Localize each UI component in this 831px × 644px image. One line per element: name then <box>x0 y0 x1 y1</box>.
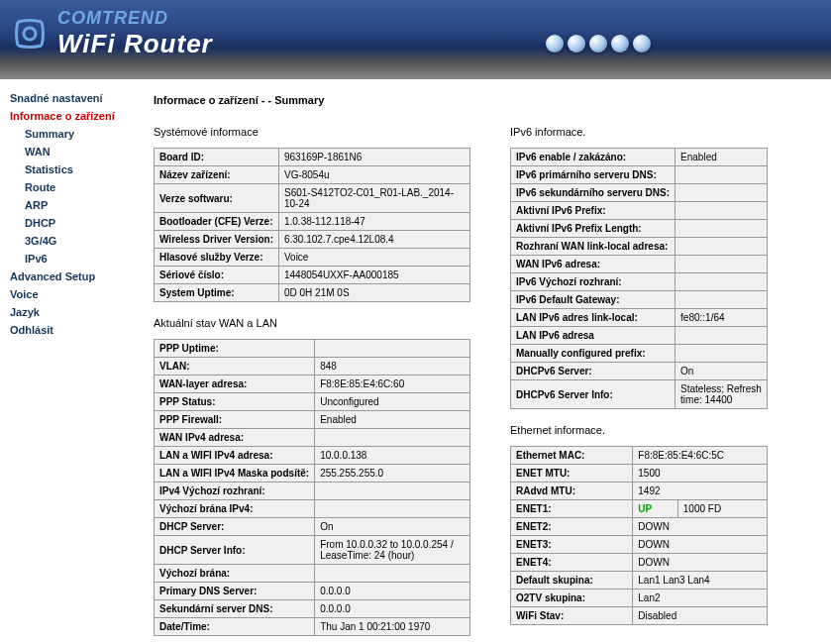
table-row: Aktivní IPv6 Prefix: <box>511 202 768 220</box>
table-row: ENET2:DOWN <box>511 518 768 536</box>
nav-statistics[interactable]: Statistics <box>25 161 129 178</box>
table-row: IPv6 primárního serveru DNS: <box>511 166 768 184</box>
row-label: ENET3: <box>511 536 633 554</box>
row-label: Ethernet MAC: <box>511 447 633 465</box>
content-area: Informace o zařízení - - Summary Systémo… <box>129 79 831 644</box>
row-value: 6.30.102.7.cpe4.12L08.4 <box>278 231 469 249</box>
nav-3g4g[interactable]: 3G/4G <box>25 232 129 250</box>
row-label: Wireless Driver Version: <box>155 231 279 249</box>
table-row: WAN IPv4 adresa: <box>155 429 470 447</box>
row-value <box>315 483 470 500</box>
row-label: RAdvd MTU: <box>511 483 633 500</box>
enet-speed: 1000 FD <box>677 500 767 518</box>
row-value: Unconfigured <box>315 393 470 411</box>
row-value: 1492 <box>633 483 768 500</box>
row-value: VG-8054u <box>278 166 469 184</box>
row-value: Lan1 Lan3 Lan4 <box>633 572 768 590</box>
row-label: Default skupina: <box>511 572 633 590</box>
row-value: 1500 <box>633 465 768 483</box>
row-label: PPP Firewall: <box>155 411 315 429</box>
row-value: DOWN <box>633 536 768 554</box>
row-value: 0D 0H 21M 0S <box>278 284 469 302</box>
nav-voice[interactable]: Voice <box>10 285 129 303</box>
row-value: On <box>675 363 768 380</box>
row-label: ENET2: <box>511 518 633 536</box>
table-row: Ethernet MAC:F8:8E:85:E4:6C:5C <box>511 447 768 465</box>
table-row: Bootloader (CFE) Verze:1.0.38-112.118-47 <box>155 213 470 231</box>
row-value: F8:8E:85:E4:6C:60 <box>315 376 470 393</box>
table-row: WAN IPv6 adresa: <box>511 256 768 273</box>
row-label: DHCP Server: <box>155 518 315 536</box>
nav-wan[interactable]: WAN <box>25 143 129 161</box>
nav-route[interactable]: Route <box>25 178 129 196</box>
row-value: 0.0.0.0 <box>315 600 470 618</box>
table-row: Verze softwaru:S601-S412TO2-C01_R01-LAB.… <box>155 184 470 213</box>
row-value <box>315 340 470 358</box>
section-system-info: Systémové informace <box>154 126 470 138</box>
nav-summary[interactable]: Summary <box>25 125 129 143</box>
table-row: ENET4:DOWN <box>511 554 768 572</box>
logo-block: COMTREND WiFi Router <box>10 8 213 59</box>
row-label: ENET MTU: <box>511 465 633 483</box>
row-label: IPv6 enable / zakázáno: <box>511 149 675 166</box>
row-label: IPv6 Výchozí rozhraní: <box>511 273 675 291</box>
nav-dhcp[interactable]: DHCP <box>25 214 129 232</box>
table-row: IPv6 Default Gateway: <box>511 291 768 309</box>
table-row: ENET MTU:1500 <box>511 465 768 483</box>
row-value: 0.0.0.0 <box>315 583 470 600</box>
table-row: O2TV skupina:Lan2 <box>511 590 768 607</box>
row-value: Voice <box>278 249 469 267</box>
table-row: Default skupina:Lan1 Lan3 Lan4 <box>511 572 768 590</box>
row-value: Lan2 <box>633 590 768 607</box>
row-label: Bootloader (CFE) Verze: <box>155 213 279 231</box>
row-label: DHCPv6 Server: <box>511 363 675 380</box>
table-row: DHCPv6 Server Info:Stateless; Refresh ti… <box>511 380 768 409</box>
nav-advanced-setup[interactable]: Advanced Setup <box>10 268 129 285</box>
nav-device-info[interactable]: Informace o zařízení <box>10 107 129 125</box>
nav-quick-setup[interactable]: Snadné nastavení <box>10 89 129 107</box>
row-label: Board ID: <box>155 149 279 166</box>
row-value: 848 <box>315 358 470 376</box>
row-value <box>675 327 768 345</box>
row-value <box>675 291 768 309</box>
row-label: LAN IPv6 adres link-local: <box>511 309 675 327</box>
table-row: LAN IPv6 adres link-local:fe80::1/64 <box>511 309 768 327</box>
nav-arp[interactable]: ARP <box>25 196 129 214</box>
row-label: IPv4 Výchozí rozhraní: <box>155 483 315 500</box>
table-row: VLAN:848 <box>155 358 470 376</box>
enet-status: UP <box>633 500 677 518</box>
row-value: 1.0.38-112.118-47 <box>278 213 469 231</box>
row-label: Verze softwaru: <box>155 184 279 213</box>
section-ethernet: Ethernet informace. <box>510 424 768 436</box>
row-value <box>315 500 470 518</box>
row-label: PPP Status: <box>155 393 315 411</box>
table-row: DHCPv6 Server:On <box>511 363 768 380</box>
table-row: DHCP Server:On <box>155 518 470 536</box>
row-label: WAN IPv4 adresa: <box>155 429 315 447</box>
table-row: ENET1:UP1000 FD <box>511 500 768 518</box>
section-ipv6: IPv6 informace. <box>510 126 768 138</box>
row-label: IPv6 Default Gateway: <box>511 291 675 309</box>
row-value <box>675 220 768 238</box>
brand-text: COMTREND <box>57 8 213 29</box>
table-row: PPP Status:Unconfigured <box>155 393 470 411</box>
nav-jazyk[interactable]: Jazyk <box>10 303 129 321</box>
table-row: Manually configured prefix: <box>511 345 768 363</box>
table-row: PPP Uptime: <box>155 340 470 358</box>
row-label: VLAN: <box>155 358 315 376</box>
header-decoration <box>544 35 653 54</box>
row-value: S601-S412TO2-C01_R01-LAB._2014-10-24 <box>278 184 469 213</box>
row-label: Aktivní IPv6 Prefix: <box>511 202 675 220</box>
row-label: LAN a WIFI IPv4 Maska podsítě: <box>155 465 315 483</box>
nav-ipv6[interactable]: IPv6 <box>25 250 129 268</box>
row-label: Sériové číslo: <box>155 267 279 284</box>
row-value: Enabled <box>315 411 470 429</box>
nav-logout[interactable]: Odhlásit <box>10 321 129 339</box>
table-row: Primary DNS Server:0.0.0.0 <box>155 583 470 600</box>
row-label: ENET4: <box>511 554 633 572</box>
row-label: IPv6 primárního serveru DNS: <box>511 166 675 184</box>
table-row: ENET3:DOWN <box>511 536 768 554</box>
table-row: IPv6 Výchozí rozhraní: <box>511 273 768 291</box>
row-value: Enabled <box>675 149 768 166</box>
table-row: Výchozí brána IPv4: <box>155 500 470 518</box>
